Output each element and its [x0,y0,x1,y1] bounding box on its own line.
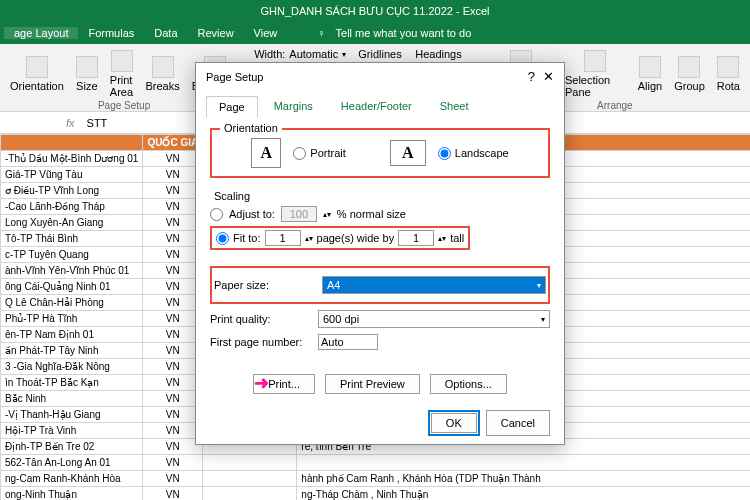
cell[interactable]: VN [143,311,203,327]
cell[interactable]: VN [143,375,203,391]
tab-page[interactable]: Page [206,96,258,118]
cell[interactable]: ành-Vĩnh Yên-Vĩnh Phúc 01 [1,263,143,279]
gridlines-label[interactable]: Gridlines [358,48,401,60]
cell[interactable]: VN [143,391,203,407]
tab-view[interactable]: View [244,27,288,39]
landscape-icon: A [390,140,426,166]
cell[interactable]: ần Phát-TP Tây Ninh [1,343,143,359]
cell[interactable]: VN [143,263,203,279]
cell[interactable] [203,455,297,471]
cell[interactable]: 562-Tân An-Long An 01 [1,455,143,471]
close-icon[interactable]: ✕ [543,69,554,84]
cell[interactable]: c-TP Tuyên Quang [1,247,143,263]
print-preview-button[interactable]: Print Preview [325,374,420,394]
pages-wide-label: page(s) wide by [317,232,395,244]
cell[interactable]: -Thủ Dầu Một-Bình Dương 01 [1,151,143,167]
align-button[interactable]: Align [634,54,666,94]
rotate-button[interactable]: Rota [713,54,744,94]
cell[interactable]: VN [143,167,203,183]
cell[interactable]: VN [143,407,203,423]
cell[interactable]: ông Cái-Quảng Ninh 01 [1,279,143,295]
cell[interactable]: VN [143,359,203,375]
dialog-body: Orientation A Portrait A Landscape Scali… [196,118,564,366]
cell[interactable]: VN [143,183,203,199]
cell[interactable]: VN [143,199,203,215]
fit-height-spinner[interactable]: 1 [398,230,434,246]
fit-width-spinner[interactable]: 1 [265,230,301,246]
tab-data[interactable]: Data [144,27,187,39]
fx-icon[interactable]: fx [60,117,81,129]
align-label: Align [638,80,662,92]
breaks-button[interactable]: Breaks [141,54,183,94]
selection-pane-button[interactable]: Selection Pane [561,48,630,100]
cell[interactable]: VN [143,423,203,439]
cell[interactable]: VN [143,471,203,487]
options-button[interactable]: Options... [430,374,507,394]
cell[interactable]: VN [143,215,203,231]
cell[interactable]: ng-Cam Ranh-Khánh Hòa [1,471,143,487]
cell[interactable]: hành phố Cam Ranh , Khánh Hòa (TDP Thuận… [297,471,750,487]
cell[interactable] [203,487,297,501]
cell[interactable]: Long Xuyên-An Giang [1,215,143,231]
cell[interactable]: -Cao Lãnh-Đồng Tháp [1,199,143,215]
cell[interactable]: VN [143,327,203,343]
cell[interactable]: VN [143,295,203,311]
cell[interactable]: VN [143,439,203,455]
dialog-tabs: Page Margins Header/Footer Sheet [196,90,564,118]
orientation-button[interactable]: Orientation [6,54,68,94]
fit-to-radio[interactable] [216,232,229,245]
tell-me-label: Tell me what you want to do [326,27,482,39]
cell[interactable]: VN [143,343,203,359]
cell[interactable]: VN [143,231,203,247]
cell[interactable]: VN [143,487,203,501]
adjust-to-radio[interactable] [210,208,223,221]
dialog-action-buttons: ➜ Print... Print Preview Options... [196,366,564,402]
cell[interactable]: Giá-TP Vũng Tàu [1,167,143,183]
cell[interactable] [203,471,297,487]
first-page-input[interactable] [318,334,378,350]
dialog-title: Page Setup [206,71,264,83]
tab-header-footer[interactable]: Header/Footer [329,96,424,118]
cell[interactable]: ong-Ninh Thuận [1,487,143,501]
cell[interactable]: ng-Tháp Chàm , Ninh Thuận [297,487,750,501]
cell[interactable]: ìn Thoát-TP Bắc Kạn [1,375,143,391]
scaling-legend: Scaling [210,190,254,202]
portrait-radio[interactable] [293,147,306,160]
cell[interactable]: ơ Điều-TP Vĩnh Long [1,183,143,199]
print-area-button[interactable]: Print Area [106,48,138,100]
cell[interactable]: VN [143,151,203,167]
cell[interactable]: VN [143,455,203,471]
cell[interactable]: Bắc Ninh [1,391,143,407]
tab-margins[interactable]: Margins [262,96,325,118]
cancel-button[interactable]: Cancel [486,410,550,436]
landscape-radio[interactable] [438,147,451,160]
cell[interactable]: ên-TP Nam Định 01 [1,327,143,343]
width-value[interactable]: Automatic [289,48,338,60]
cell[interactable]: VN [143,247,203,263]
table-row[interactable]: ong-Ninh ThuậnVNng-Tháp Chàm , Ninh Thuậ… [1,487,751,501]
table-row[interactable]: ng-Cam Ranh-Khánh HòaVNhành phố Cam Ranh… [1,471,751,487]
table-row[interactable]: 562-Tân An-Long An 01VN [1,455,751,471]
cell[interactable]: -Vị Thanh-Hậu Giang [1,407,143,423]
print-quality-select[interactable]: 600 dpi▾ [318,310,550,328]
size-button[interactable]: Size [72,54,102,94]
cell[interactable]: Q Lê Chân-Hải Phòng [1,295,143,311]
tab-formulas[interactable]: Formulas [78,27,144,39]
ok-button[interactable]: OK [431,413,477,433]
paper-size-select[interactable]: A4▾ [322,276,546,294]
tell-me[interactable]: ♀ Tell me what you want to do [307,27,491,39]
cell[interactable]: Định-TP Bến Tre 02 [1,439,143,455]
group-button[interactable]: Group [670,54,709,94]
tab-review[interactable]: Review [188,27,244,39]
cell[interactable] [297,455,750,471]
cell[interactable]: VN [143,279,203,295]
cell[interactable]: 3 -Gia Nghĩa-Đắk Nông [1,359,143,375]
cell[interactable]: Hội-TP Trà Vinh [1,423,143,439]
tab-page-layout[interactable]: age Layout [4,27,78,39]
headings-label[interactable]: Headings [415,48,461,60]
cell[interactable]: Tô-TP Thái Bình [1,231,143,247]
cell[interactable]: Phủ-TP Hà Tĩnh [1,311,143,327]
tab-sheet[interactable]: Sheet [428,96,481,118]
adjust-to-spinner[interactable]: 100 [281,206,317,222]
help-icon[interactable]: ? [528,69,535,84]
